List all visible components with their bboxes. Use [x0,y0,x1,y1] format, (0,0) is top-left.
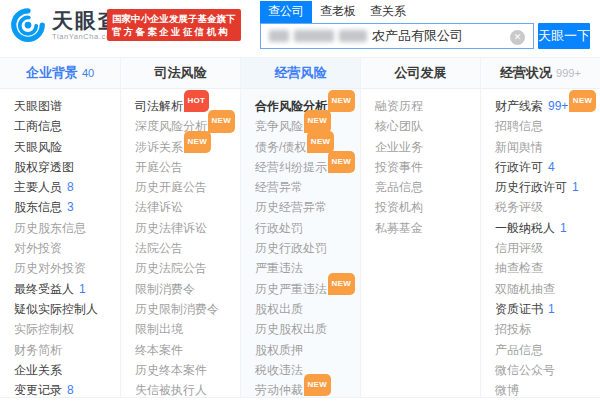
menu-item[interactable]: 竞品信息 [375,177,480,197]
menu-item-label: 终本案件 [135,343,183,357]
menu-item-label: 劳动仲裁 [255,383,303,397]
column-business-status: 经营状况 999+ 财产线索99+NEW招聘信息新闻舆情行政许可4历史行政许可1… [480,58,600,397]
item-count: 99+ [548,99,568,113]
brand-logo[interactable]: 天眼查 TianYanCha.com [10,7,121,43]
menu-item-label: 历史严重违法 [255,282,327,296]
menu-item-label: 新闻舆情 [495,140,543,154]
menu-item[interactable]: 产品信息 [495,340,600,360]
clear-icon[interactable]: ✕ [510,30,525,45]
gov-badge-line2: 官方备案企业征信机构 [112,25,236,38]
menu-item[interactable]: 限制出境 [135,319,240,339]
new-badge: NEW [208,110,235,132]
menu-item[interactable]: 税务评级 [495,197,600,217]
menu-item[interactable]: 历史经营异常 [255,197,360,217]
column-company-development: 公司发展 融资历程核心团队企业业务投资事件竞品信息投资机构私募基金 [360,58,480,397]
menu-item[interactable]: 历史终本案件 [135,360,240,380]
menu-item[interactable]: 核心团队 [375,116,480,136]
menu-item[interactable]: 股权出质 [255,299,360,319]
menu-item[interactable]: 变更记录8 [14,380,120,398]
menu-item[interactable]: 历史法院公告 [135,258,240,278]
menu-item[interactable]: 历史行政处罚 [255,238,360,258]
menu-item[interactable]: 涉诉关系NEW [135,137,240,157]
tab-company[interactable]: 查公司 [260,1,312,23]
new-badge: NEW [184,131,211,153]
menu-item[interactable]: 疑似实际控制人 [14,299,120,319]
search-button[interactable]: 天眼一下 [538,23,590,49]
column-header-label: 公司发展 [395,64,447,82]
menu-item-label: 严重违法 [255,261,303,275]
menu-item[interactable]: 股东信息3 [14,197,120,217]
menu-item[interactable]: 历史开庭公告 [135,177,240,197]
menu-item[interactable]: 资质证书1 [495,299,600,319]
menu-item[interactable]: 历史股权出质 [255,319,360,339]
menu-item-label: 股权穿透图 [14,160,74,174]
menu-item[interactable]: 投资事件 [375,157,480,177]
menu-item[interactable]: 融资历程 [375,96,480,116]
menu-item[interactable]: 最终受益人1 [14,279,120,299]
menu-item[interactable]: 行政处罚 [255,218,360,238]
item-count: 8 [67,180,74,194]
menu-item[interactable]: 财产线索99+NEW [495,96,600,116]
menu-item[interactable]: 历史对外投资 [14,258,120,278]
menu-item[interactable]: 法院公告 [135,238,240,258]
menu-item[interactable]: 私募基金 [375,218,480,238]
menu-item[interactable]: 法律诉讼 [135,197,240,217]
menu-item[interactable]: 招投标 [495,319,600,339]
menu-item[interactable]: 企业关系 [14,360,120,380]
menu-item-label: 双随机抽查 [495,282,555,296]
menu-item[interactable]: 企业业务 [375,137,480,157]
menu-item[interactable]: 经营纠纷提示NEW [255,157,360,177]
menu-item-label: 招聘信息 [495,119,543,133]
menu-item[interactable]: 投资机构 [375,197,480,217]
menu-item[interactable]: 实际控制权 [14,319,120,339]
hot-badge: HOT [184,90,209,112]
tab-boss[interactable]: 查老板 [320,1,356,23]
menu-item[interactable]: 天眼风险 [14,137,120,157]
menu-item[interactable]: 劳动仲裁NEW [255,380,360,398]
menu-item[interactable]: 抽查检查 [495,258,600,278]
menu-item[interactable]: 历史严重违法NEW [255,279,360,299]
menu-item[interactable]: 主要人员8 [14,177,120,197]
search-input[interactable]: 农产品有限公司 ✕ [260,23,534,49]
menu-item-list: 天眼图谱工商信息天眼风险股权穿透图主要人员8股东信息3历史股东信息对外投资历史对… [0,89,120,398]
menu-item[interactable]: 限制消费令 [135,279,240,299]
menu-item[interactable]: 失信被执行人 [135,380,240,398]
search-block: 查公司 查老板 查关系 农产品有限公司 ✕ 天眼一下 [260,4,590,49]
menu-item-label: 产品信息 [495,343,543,357]
menu-item[interactable]: 开庭公告 [135,157,240,177]
menu-item[interactable]: 行政许可4 [495,157,600,177]
menu-item[interactable]: 天眼图谱 [14,96,120,116]
menu-item[interactable]: 股权穿透图 [14,157,120,177]
menu-item-label: 历史法律诉讼 [135,221,207,235]
menu-item[interactable]: 信用评级 [495,238,600,258]
tab-relation[interactable]: 查关系 [370,1,406,23]
menu-item-label: 历史限制消费令 [135,302,219,316]
menu-item-label: 融资历程 [375,99,423,113]
menu-item[interactable]: 微博 [495,380,600,398]
menu-item[interactable]: 微信公众号 [495,360,600,380]
menu-item[interactable]: 历史行政许可1 [495,177,600,197]
menu-item[interactable]: 对外投资 [14,238,120,258]
column-header-operational-risk[interactable]: 经营风险 [241,58,360,89]
column-header-legal-risk[interactable]: 司法风险 [121,58,240,89]
menu-item[interactable]: 财务简析 [14,340,120,360]
column-header-label: 司法风险 [155,64,207,82]
menu-item-label: 信用评级 [495,241,543,255]
menu-item[interactable]: 终本案件 [135,340,240,360]
menu-item[interactable]: 历史限制消费令 [135,299,240,319]
column-header-business-background[interactable]: 企业背景 40 [0,58,120,89]
menu-item[interactable]: 一般纳税人1 [495,218,600,238]
menu-item[interactable]: 招聘信息 [495,116,600,136]
menu-item[interactable]: 经营异常 [255,177,360,197]
menu-item[interactable]: 股权质押 [255,340,360,360]
menu-item[interactable]: 历史股东信息 [14,218,120,238]
column-header-business-status[interactable]: 经营状况 999+ [481,58,600,89]
menu-item[interactable]: 双随机抽查 [495,279,600,299]
column-header-company-development[interactable]: 公司发展 [361,58,480,89]
menu-item[interactable]: 工商信息 [14,116,120,136]
menu-item-label: 财产线索 [495,99,543,113]
menu-item-label: 历史法院公告 [135,261,207,275]
menu-item[interactable]: 新闻舆情 [495,137,600,157]
menu-item[interactable]: 历史法律诉讼 [135,218,240,238]
item-count: 1 [79,282,86,296]
